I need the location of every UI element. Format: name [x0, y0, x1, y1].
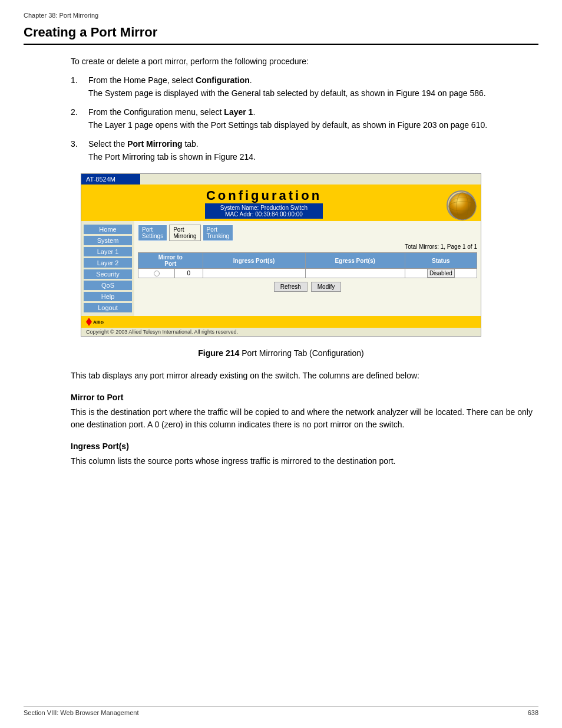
- footer-right: 638: [528, 709, 538, 716]
- fig-content: PortSettings PortMirroring PortTrunking …: [134, 221, 481, 316]
- fig-row-mirror-val: 0: [175, 269, 203, 278]
- step-2-sub: The Layer 1 page opens with the Port Set…: [88, 120, 538, 130]
- fig-yellow-bar: Configuration System Name: Production Sw…: [81, 185, 481, 221]
- fig-copyright: Copyright © 2003 Allied Telesyn Internat…: [81, 328, 481, 336]
- svg-text:Allied Telesyn: Allied Telesyn: [93, 319, 104, 325]
- intro-text: To create or delete a port mirror, perfo…: [71, 57, 538, 66]
- fig-row-radio-cell: [138, 269, 175, 278]
- fig-nav-security[interactable]: Security: [84, 269, 132, 279]
- fig-system-info: System Name: Production Switch MAC Addr:…: [205, 203, 323, 219]
- step-2: 2. From the Configuration menu, select L…: [71, 107, 538, 130]
- modify-button[interactable]: Modify: [311, 282, 341, 292]
- fig-col-status: Status: [405, 253, 477, 269]
- page-title: Creating a Port Mirror: [24, 25, 538, 45]
- status-badge: Disabled: [427, 269, 455, 278]
- fig-tabs: PortSettings PortMirroring PortTrunking: [138, 225, 477, 241]
- fig-col-egress: Egress Port(s): [305, 253, 405, 269]
- step-3: 3. Select the Port Mirroring tab. The Po…: [71, 139, 538, 162]
- fig-tab-port-trunking[interactable]: PortTrunking: [203, 225, 234, 241]
- step-1-main: From the Home Page, select Configuration…: [88, 75, 538, 85]
- fig-main-area: Home System Layer 1 Layer 2 Security QoS…: [81, 221, 481, 316]
- fig-config-title: Configuration: [81, 188, 447, 203]
- table-row: 0 Disabled: [138, 269, 477, 278]
- fig-row-ingress-val: [203, 269, 305, 278]
- svg-marker-4: [86, 318, 92, 326]
- fig-nav-logout[interactable]: Logout: [84, 303, 132, 312]
- fig-sidebar: Home System Layer 1 Layer 2 Security QoS…: [81, 221, 134, 316]
- figure-caption: Figure 214 Port Mirroring Tab (Configura…: [24, 348, 538, 358]
- body-ingress-section: Ingress Port(s) This column lists the so…: [71, 440, 538, 467]
- steps-container: 1. From the Home Page, select Configurat…: [71, 75, 538, 162]
- figure-caption-label: Figure 214: [198, 348, 239, 358]
- fig-row-status-val: Disabled: [405, 269, 477, 278]
- fig-device-name: AT-8524M: [81, 174, 140, 185]
- step-2-main: From the Configuration menu, select Laye…: [88, 107, 538, 117]
- step-3-sub: The Port Mirroring tab is shown in Figur…: [88, 152, 538, 162]
- fig-total-text: Total Mirrors: 1, Page 1 of 1: [138, 243, 477, 250]
- step-1-number: 1.: [71, 75, 82, 85]
- fig-nav-qos[interactable]: QoS: [84, 281, 132, 290]
- fig-col-mirror-port: Mirror toPort: [138, 253, 203, 269]
- step-2-number: 2.: [71, 107, 82, 117]
- step-3-number: 3.: [71, 139, 82, 149]
- ingress-port-text: This column lists the source ports whose…: [71, 455, 538, 467]
- fig-footer-bar: Allied Telesyn: [81, 316, 481, 328]
- mirror-to-port-text: This is the destination port where the t…: [71, 406, 538, 431]
- body-intro-section: This tab displays any port mirror alread…: [71, 370, 538, 382]
- ingress-port-heading: Ingress Port(s): [71, 440, 538, 453]
- fig-col-ingress: Ingress Port(s): [203, 253, 305, 269]
- fig-btn-row: Refresh Modify: [138, 282, 477, 292]
- step-1: 1. From the Home Page, select Configurat…: [71, 75, 538, 98]
- figure-caption-text: Port Mirroring Tab (Configuration): [242, 348, 364, 358]
- fig-tab-port-settings[interactable]: PortSettings: [138, 225, 167, 241]
- refresh-button[interactable]: Refresh: [274, 282, 308, 292]
- fig-row-egress-val: [305, 269, 405, 278]
- figure-screenshot: AT-8524M Configuration System Name: Prod…: [81, 173, 481, 337]
- fig-nav-layer1[interactable]: Layer 1: [84, 247, 132, 256]
- svg-point-0: [449, 193, 476, 220]
- fig-table: Mirror toPort Ingress Port(s) Egress Por…: [138, 252, 477, 278]
- fig-nav-home[interactable]: Home: [84, 225, 132, 234]
- step-1-sub: The System page is displayed with the Ge…: [88, 88, 538, 98]
- chapter-label: Chapter 38: Port Mirroring: [24, 12, 538, 19]
- globe-icon: [447, 190, 476, 220]
- fig-nav-system[interactable]: System: [84, 236, 132, 245]
- mirror-to-port-heading: Mirror to Port: [71, 391, 538, 404]
- fig-nav-help[interactable]: Help: [84, 292, 132, 301]
- body-mirror-section: Mirror to Port This is the destination p…: [71, 391, 538, 431]
- footer-left: Section VIII: Web Browser Management: [24, 709, 138, 716]
- fig-tab-port-mirroring[interactable]: PortMirroring: [169, 225, 200, 241]
- page-footer: Section VIII: Web Browser Management 638: [24, 706, 538, 716]
- step-3-main: Select the Port Mirroring tab.: [88, 139, 538, 149]
- fig-nav-layer2[interactable]: Layer 2: [84, 258, 132, 268]
- allied-telesyn-logo-icon: Allied Telesyn: [86, 318, 104, 326]
- row-radio[interactable]: [154, 271, 160, 276]
